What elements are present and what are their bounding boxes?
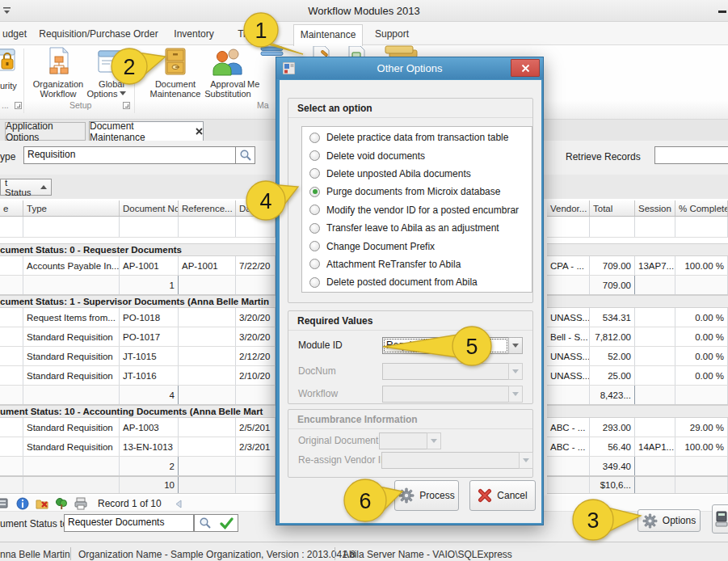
cancel-button[interactable]: Cancel	[469, 480, 536, 511]
ribbon-tab-maintenance[interactable]: Maintenance	[293, 24, 363, 46]
minimize-button[interactable]	[718, 11, 726, 13]
document-maintenance-icon[interactable]	[160, 47, 191, 78]
group-header-row[interactable]	[547, 295, 728, 308]
radio-option[interactable]: Delete void documents	[302, 146, 532, 164]
table-row[interactable]: Request Items from...PO-10183/20/20	[0, 308, 276, 327]
dialog-titlebar[interactable]: Other Options	[276, 57, 543, 79]
approval-substitution-label2[interactable]: Substitution	[199, 89, 257, 99]
approval-substitution-icon[interactable]	[212, 47, 244, 78]
ribbon-tab-support[interactable]: Support	[365, 24, 419, 44]
table-row[interactable]: CPA - ...709.0013AP7...100.00 %	[547, 256, 728, 276]
status-to-search-button[interactable]	[194, 514, 216, 532]
folders-icon[interactable]	[385, 45, 420, 57]
radio-icon[interactable]	[309, 205, 320, 215]
send-to-printer-button[interactable]	[712, 504, 728, 534]
table-row[interactable]: UNASS...25.000.00 %	[547, 366, 728, 386]
table-row[interactable]: ABC - ...56.4014AP1...100.00 %	[547, 437, 728, 457]
group-header-row[interactable]	[547, 405, 728, 418]
module-id-combo[interactable]: Requisition	[382, 337, 509, 354]
organization-workflow-icon[interactable]	[44, 47, 74, 78]
document-pencil-icon[interactable]	[310, 45, 331, 57]
ribbon-tab-inventory[interactable]: Inventory	[165, 24, 223, 44]
close-icon	[521, 64, 530, 73]
radio-option[interactable]: Attachment ReTransfer to Abila	[302, 255, 532, 273]
tab-document-maintenance[interactable]: Document Maintenance	[89, 121, 204, 141]
ribbon-tab-strip: udget Requisition/Purchase Order Invento…	[0, 22, 728, 45]
group-header-row[interactable]: cument Status: 0 - Requester Documents	[0, 243, 276, 256]
ribbon-tab-budget[interactable]: udget	[0, 24, 29, 44]
group-header-row[interactable]	[547, 243, 728, 256]
table-row[interactable]: UNASS...52.000.00 %	[547, 347, 728, 366]
radio-icon[interactable]	[309, 259, 320, 269]
ribbon-tab-time[interactable]: Ti	[229, 24, 254, 44]
table-row[interactable]: ABC - ...293.0029.00 %	[547, 418, 728, 437]
table-row[interactable]: Standard RequisitionJT-10152/12/20	[0, 347, 276, 366]
ribbon-tab-requisition[interactable]: Requisition/Purchase Order	[37, 24, 160, 44]
table-row[interactable]: Standard RequisitionJT-10162/10/20	[0, 366, 276, 386]
organization-workflow-label2[interactable]: Workflow	[29, 89, 87, 99]
radio-icon[interactable]	[309, 133, 320, 143]
type-input[interactable]: Requisition	[23, 146, 236, 164]
setup-group-launcher-icon[interactable]	[123, 102, 130, 109]
global-options-label1[interactable]: Global	[89, 79, 134, 89]
security-group-launcher-icon[interactable]	[15, 102, 22, 109]
table-header-row[interactable]: Vendor...TotalSession% Completed	[547, 200, 728, 217]
radio-icon[interactable]	[309, 168, 320, 179]
apply-status-button[interactable]	[215, 514, 238, 532]
document-maintenance-label1[interactable]: Document	[145, 79, 205, 89]
filter-row[interactable]	[0, 217, 276, 238]
security-button-label[interactable]: urity	[0, 81, 21, 91]
radio-option[interactable]: Delete unposted Abila documents	[302, 165, 532, 183]
group-header-row[interactable]: cument Status: 1 - Supervisor Documents …	[0, 295, 276, 308]
group-by-status-chip[interactable]: t Status	[0, 179, 52, 196]
print-icon[interactable]	[74, 497, 87, 510]
tab-application-options[interactable]: Application Options	[5, 122, 86, 141]
status-to-input[interactable]: Requester Documents	[64, 514, 194, 532]
type-search-button[interactable]	[235, 146, 255, 164]
table-row[interactable]: UNASS...534.310.00 %	[547, 308, 728, 327]
radio-option[interactable]: Delete posted document from Abila	[302, 273, 532, 291]
radio-option[interactable]: Purge documents from Microix database	[302, 183, 532, 200]
radio-option[interactable]: Change Document Prefix	[302, 237, 532, 255]
document-maintenance-label2[interactable]: Maintenance	[145, 89, 205, 99]
global-options-label2[interactable]: Options	[84, 89, 129, 99]
table-row[interactable]: Standard RequisitionPO-10173/20/20	[0, 327, 276, 347]
radio-option[interactable]: Delete practice data from transaction ta…	[302, 129, 532, 146]
organization-workflow-label1[interactable]: Organization	[29, 79, 87, 89]
table-row[interactable]: Accounts Payable In...AP-1001AP-10017/22…	[0, 256, 276, 276]
tree-icon[interactable]	[55, 497, 68, 510]
radio-icon[interactable]	[309, 277, 320, 288]
me-button-label[interactable]: Me	[247, 79, 271, 89]
info-icon[interactable]	[16, 497, 29, 510]
dialog-close-button[interactable]	[511, 59, 540, 77]
folder-delete-icon[interactable]	[36, 497, 48, 510]
radio-icon[interactable]	[309, 241, 320, 251]
module-id-combo-arrow[interactable]	[508, 337, 523, 354]
radio-option[interactable]: Modify the vendor ID for a posted encumb…	[302, 201, 532, 219]
table-row[interactable]: Standard Requisition13-EN-10132/3/201	[0, 437, 276, 457]
table-row[interactable]: Standard RequisitionAP-10032/5/201	[0, 418, 276, 437]
process-button[interactable]: Process	[394, 480, 459, 511]
options-button[interactable]: Options	[638, 509, 701, 532]
cell: e	[0, 200, 23, 216]
document-check-icon[interactable]	[346, 45, 367, 57]
close-tab-icon[interactable]	[196, 128, 203, 135]
cell	[635, 418, 675, 437]
retrieve-records-input[interactable]	[654, 146, 728, 164]
group-header-row[interactable]: ument Status: 10 - Accounting Documents …	[0, 405, 276, 418]
security-lock-icon[interactable]	[0, 48, 18, 78]
radio-option[interactable]: Transfer leave to Abila as an adjustment	[302, 219, 532, 237]
cell: $10,6...	[590, 477, 635, 493]
required-values-title: Required Values	[288, 311, 532, 331]
export-icon[interactable]	[0, 497, 9, 510]
radio-icon[interactable]	[309, 223, 320, 234]
filter-row[interactable]	[547, 217, 728, 238]
radio-icon[interactable]	[309, 150, 320, 161]
radio-option-label: Purge documents from Microix database	[326, 186, 500, 197]
window-titlebar: Workflow Modules 2013	[0, 0, 728, 22]
global-options-icon[interactable]	[97, 49, 126, 78]
table-header-row[interactable]: eTypeDocument NoReference...Date	[0, 200, 276, 217]
table-row[interactable]: Bell - S...7,812.000.00 %	[547, 327, 728, 347]
previous-record-icon[interactable]	[175, 500, 183, 508]
radio-icon[interactable]	[309, 187, 320, 197]
